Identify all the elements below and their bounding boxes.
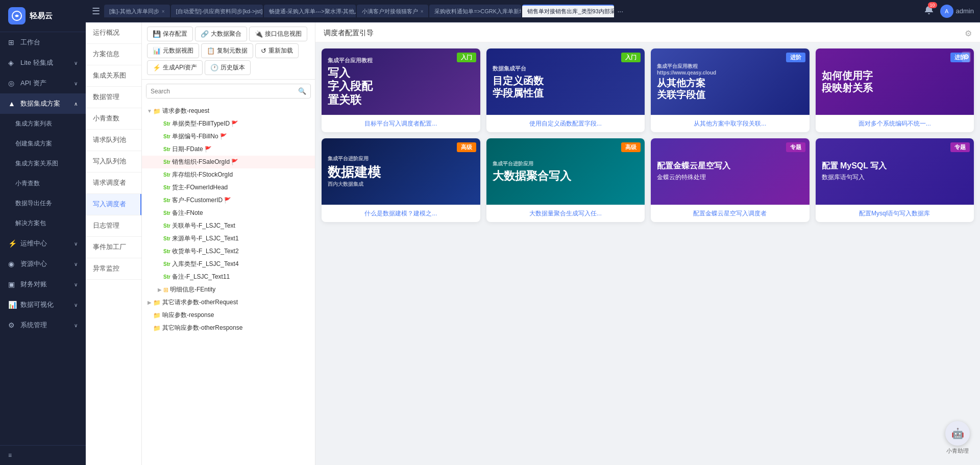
card-jindie-write[interactable]: 专题 配置金蝶云星空写入金蝶云的特殊处理 配置金蝶云星空写入调度者 (651, 138, 810, 222)
copy-meta-button[interactable]: 📋 复制元数据 (201, 43, 253, 58)
admin-avatar: A (940, 5, 953, 18)
tree-toggle-icon[interactable]: ▼ (146, 108, 153, 114)
str-icon: Str (163, 261, 170, 267)
card-other-scheme[interactable]: 进阶 集成平台应用教程https://www.qeasy.cloud 从其他方案… (651, 48, 810, 132)
tree-item-label: 其它请求参数-otherRequest (162, 298, 238, 307)
interface-view-button[interactable]: 🔌 接口信息视图 (249, 27, 307, 41)
ops-icon: ⚡ (8, 239, 16, 248)
card-big-data-write[interactable]: 高级 集成平台进阶应用 大数据聚合写入 大数据量聚合生成写入任... (486, 138, 645, 222)
resources-icon: ◉ (8, 260, 16, 268)
toolbar: 💾 保存配置 🔗 大数据聚合 🔌 接口信息视图 📊 元数据视图 📋 (142, 22, 315, 80)
history-button[interactable]: 🕐 历史版本 (205, 60, 251, 75)
big-data-merge-button[interactable]: 🔗 大数据聚合 (195, 27, 247, 41)
search-input[interactable] (146, 85, 294, 98)
str-icon: Str (163, 172, 170, 178)
tree-item-fstock-org[interactable]: Str 库存组织-FStockOrgId (142, 168, 315, 181)
sidebar-item-api[interactable]: ◎ API 资产 ∨ (0, 73, 86, 93)
settings-icon[interactable]: ⚙ (965, 29, 972, 38)
sidebar-item-solution-pkg[interactable]: 解决方案包 (0, 213, 86, 233)
search-icon[interactable]: 🔍 (294, 84, 310, 98)
settings-float-icon[interactable]: ⚙ (962, 52, 971, 62)
card-mysql-write[interactable]: 专题 配置 MySQL 写入数据库语句写入 配置Mysql语句写入数据库 (816, 138, 974, 222)
tree-item-flsjc-text1[interactable]: Str 来源单号-F_LSJC_Text1 (142, 232, 315, 245)
left-panel-item-write-scheduler[interactable]: 写入调度者 (86, 194, 141, 215)
tab-item-5[interactable]: 销售单对接销售出库_类型93内部采销 × (522, 5, 614, 17)
left-panel-item-integration-map[interactable]: 集成关系图 (86, 65, 141, 87)
tree-item-fsale-org[interactable]: Str 销售组织-FSaleOrgId 🚩 (142, 156, 315, 168)
sidebar-item-create-integration[interactable]: 创建集成方案 (0, 134, 86, 154)
tab-item-2[interactable]: 畅捷通-采购入库单--->聚水潭-其他入库单 × (264, 5, 356, 17)
tab-close-icon[interactable]: × (421, 9, 424, 14)
left-panel-item-request-queue[interactable]: 请求队列池 (86, 130, 141, 151)
right-panel: 调度者配置引导 ⚙ 入门 集成平台应用教程 写入字入段配置关联 目标平台写入调度… (315, 22, 980, 465)
tab-item-0[interactable]: [集]-其他入库单同步 × (104, 5, 170, 17)
left-panel-item-small-stats[interactable]: 小青查数 (86, 108, 141, 130)
tree-item-flsjc-text[interactable]: Str 关联单号-F_LSJC_Text (142, 219, 315, 232)
notification-bell[interactable]: 10 (924, 5, 934, 17)
sidebar-collapse-button[interactable]: ≡ (0, 445, 86, 465)
sidebar-item-integration-list[interactable]: 集成方案列表 (0, 114, 86, 134)
sidebar-item-workbench[interactable]: ⊞ 工作台 (0, 32, 86, 53)
save-config-button[interactable]: 💾 保存配置 (147, 27, 193, 41)
chat-assistant: 🤖 小青助理 (945, 421, 970, 455)
tree-item-response[interactable]: 📁 响应参数-response (142, 309, 315, 322)
tree-item-req-params[interactable]: ▼ 📁 请求参数-request (142, 105, 315, 117)
card-sub-5: 西内大数据集成 (328, 181, 474, 188)
str-icon: Str (163, 274, 170, 280)
tab-item-3[interactable]: 小满客户对接领猫客户 × (357, 5, 429, 17)
card-label-4: 面对多个系统编码不统一... (816, 115, 974, 132)
tree-toggle-icon[interactable]: ▶ (156, 287, 163, 292)
left-panel-item-write-queue[interactable]: 写入队列池 (86, 151, 141, 173)
sidebar-item-small-data[interactable]: 小青查数 (0, 174, 86, 193)
tree-item-flsjc-text4[interactable]: Str 入库类型-F_LSJC_Text4 (142, 258, 315, 271)
tree-toggle-icon[interactable]: ▶ (146, 300, 153, 305)
left-panel-item-solution-info[interactable]: 方案信息 (86, 44, 141, 65)
card-label-1: 目标平台写入调度者配置... (322, 115, 480, 132)
tab-close-icon[interactable]: × (162, 9, 165, 14)
left-panel-item-data-mgmt[interactable]: 数据管理 (86, 87, 141, 108)
sidebar-item-label: 数据导出任务 (15, 199, 52, 208)
card-write-field[interactable]: 入门 集成平台应用教程 写入字入段配置关联 目标平台写入调度者配置... (322, 48, 480, 132)
sidebar-item-lite[interactable]: ◈ Lite 轻集成 ∨ (0, 53, 86, 73)
meta-view-button[interactable]: 📊 元数据视图 (147, 43, 199, 58)
tree-item-fnote[interactable]: Str 备注-FNote (142, 207, 315, 219)
sidebar-item-data-viz[interactable]: 📊 数据可视化 ∨ (0, 295, 86, 315)
sidebar-item-data-export[interactable]: 数据导出任务 (0, 193, 86, 213)
card-string-map[interactable]: 进阶 ⚙ 如何使用字段映射关系 面对多个系统编码不统一... (816, 48, 974, 132)
tree-item-other-resp[interactable]: 📁 其它响应参数-otherResponse (142, 322, 315, 334)
copy-icon: 📋 (207, 47, 215, 55)
menu-icon[interactable]: ☰ (92, 6, 100, 17)
gen-api-button[interactable]: ⚡ 生成API资产 (147, 60, 203, 75)
tab-item-1[interactable]: [自动爱型]-供应商资料同步[kd->jst]-V1.0 × (171, 5, 263, 17)
copy-meta-label: 复制元数据 (217, 46, 248, 55)
card-custom-func[interactable]: 入门 数据集成平台 目定义函数学段属性值 使用自定义函数配置字段... (486, 48, 645, 132)
left-panel-item-request-scheduler[interactable]: 请求调度者 (86, 173, 141, 194)
sidebar-item-ops[interactable]: ⚡ 运维中心 ∨ (0, 233, 86, 254)
left-panel-item-exception-monitor[interactable]: 异常监控 (86, 258, 141, 280)
tree-item-fbill-type[interactable]: Str 单据类型-FBillTypeID 🚩 (142, 117, 315, 130)
left-panel-item-overview[interactable]: 运行概况 (86, 22, 141, 44)
sidebar-item-label: 解决方案包 (15, 219, 46, 228)
tree-item-fentity[interactable]: ▶ ⊞ 明细信息-FEntity (142, 283, 315, 296)
tree-item-fowner[interactable]: Str 货主-FOwnerIdHead (142, 181, 315, 194)
sidebar-item-data-integration[interactable]: ▲ 数据集成方案 ∧ (0, 93, 86, 114)
card-data-model[interactable]: 高级 集成平台进阶应用 数据建模 西内大数据集成 什么是数据建模？建模之... (322, 138, 480, 222)
sidebar-item-integration-relations[interactable]: 集成方案关系图 (0, 154, 86, 174)
reload-button[interactable]: ↺ 重新加载 (255, 43, 299, 58)
tree-item-other-req[interactable]: ▶ 📁 其它请求参数-otherRequest (142, 296, 315, 309)
tree-item-fbill-no[interactable]: Str 单据编号-FBillNo 🚩 (142, 130, 315, 143)
chat-avatar-button[interactable]: 🤖 (945, 421, 970, 446)
left-panel-item-event-factory[interactable]: 事件加工厂 (86, 237, 141, 258)
left-panel-item-log-mgmt[interactable]: 日志管理 (86, 215, 141, 237)
tree-item-fdate[interactable]: Str 日期-FDate 🚩 (142, 143, 315, 156)
tree-item-fcustomer[interactable]: Str 客户-FCustomerID 🚩 (142, 194, 315, 207)
meta-icon: 📊 (153, 47, 161, 55)
tab-item-4[interactable]: 采购收料通知单=>CGRK入库单新增-1 × (429, 5, 521, 17)
sidebar-item-finance[interactable]: ▣ 财务对账 ∨ (0, 274, 86, 295)
tree-item-flsjc-text2[interactable]: Str 收货单号-F_LSJC_Text2 (142, 245, 315, 258)
tab-more-icon[interactable]: ··· (615, 7, 625, 15)
card-title-8: 配置 MySQL 写入数据库语句写入 (822, 161, 968, 182)
sidebar-item-sys-admin[interactable]: ⚙ 系统管理 ∨ (0, 315, 86, 335)
sidebar-item-resources[interactable]: ◉ 资源中心 ∨ (0, 254, 86, 274)
tree-item-flsjc-text11[interactable]: Str 备注-F_LSJC_Text11 (142, 271, 315, 283)
